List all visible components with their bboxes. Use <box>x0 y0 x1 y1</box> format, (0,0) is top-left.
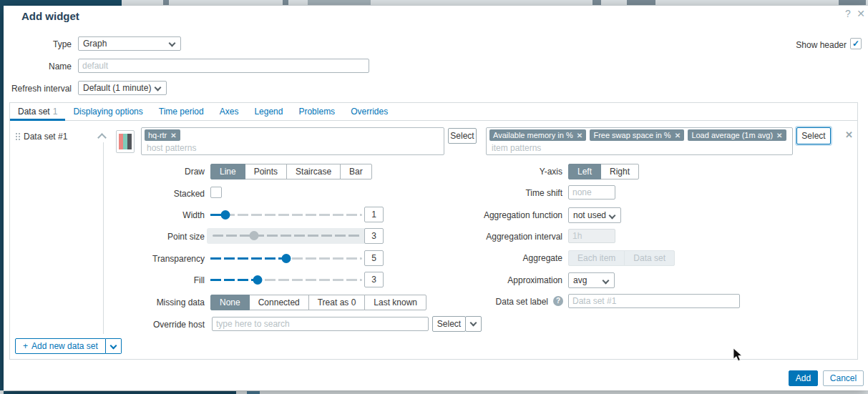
aggregate-option-data-set: Data set <box>624 250 675 266</box>
fill-slider[interactable] <box>210 279 362 281</box>
type-label: Type <box>4 39 72 49</box>
refresh-interval-select[interactable]: Default (1 minute) <box>78 81 167 95</box>
aggregation-function-value: not used <box>573 210 606 220</box>
tab-problems[interactable]: Problems <box>291 103 343 121</box>
add-button[interactable]: Add <box>789 370 818 386</box>
background-page-header <box>0 0 122 6</box>
y-axis-option-right[interactable]: Right <box>600 164 639 179</box>
swatch-stripe <box>127 134 132 149</box>
missing-option-connected[interactable]: Connected <box>249 295 309 310</box>
time-shift-label: Time shift <box>419 188 562 198</box>
transparency-slider-handle[interactable] <box>282 254 291 263</box>
add-new-data-set-label: Add new data set <box>31 341 98 351</box>
add-new-data-set-button[interactable]: + Add new data set <box>15 338 122 354</box>
chevron-down-icon <box>603 277 610 285</box>
refresh-interval-value: Default (1 minute) <box>83 83 151 93</box>
aggregation-function-select[interactable]: not used <box>568 207 621 223</box>
chip-label: Free swap space in % <box>593 131 670 139</box>
host-select-button[interactable]: Select <box>448 128 477 144</box>
background-page-bottom-accent <box>247 391 260 394</box>
fill-value-input[interactable] <box>364 272 384 287</box>
background-page-fragment <box>308 0 371 5</box>
data-set-label-label: Data set label <box>405 297 548 307</box>
tab-bar: Data set1 Displaying options Time period… <box>10 103 857 121</box>
collapse-chevron-up-icon[interactable] <box>97 133 107 142</box>
tab-legend[interactable]: Legend <box>246 103 291 121</box>
transparency-slider[interactable] <box>210 257 362 260</box>
item-patterns-placeholder: item patterns <box>489 142 789 153</box>
background-page-fragment <box>839 0 866 5</box>
host-pattern-chip: hq-rtr ✕ <box>145 129 180 141</box>
chevron-down-icon <box>609 212 616 220</box>
tab-data-set-label: Data set <box>18 107 50 117</box>
name-input[interactable] <box>78 59 369 73</box>
type-select[interactable]: Graph <box>78 36 181 51</box>
background-page-fragment <box>593 0 601 5</box>
fill-label: Fill <box>62 275 205 285</box>
missing-option-treat-as-0[interactable]: Treat as 0 <box>308 295 366 310</box>
add-new-data-set-dropdown[interactable] <box>106 338 122 354</box>
missing-data-label: Missing data <box>62 297 205 307</box>
fill-slider-handle[interactable] <box>253 275 262 285</box>
transparency-value-input[interactable] <box>364 250 384 266</box>
aggregation-function-label: Aggregation function <box>419 210 562 220</box>
approximation-select[interactable]: avg <box>568 272 615 288</box>
chevron-down-icon <box>470 319 477 326</box>
aggregate-option-each-item: Each item <box>568 250 625 266</box>
width-value-input[interactable] <box>364 207 384 222</box>
chip-remove-icon[interactable]: ✕ <box>675 132 681 139</box>
show-header-checkbox[interactable]: ✓ <box>850 38 862 49</box>
draw-option-bar[interactable]: Bar <box>340 164 372 179</box>
aggregation-interval-input <box>568 229 615 243</box>
time-shift-input[interactable] <box>568 185 615 200</box>
chip-remove-icon[interactable]: ✕ <box>776 132 782 139</box>
draw-label: Draw <box>62 167 205 177</box>
background-page-bottom-bar <box>4 391 236 394</box>
point-size-slider <box>213 235 360 237</box>
tab-data-set[interactable]: Data set1 <box>10 103 65 121</box>
tab-data-set-badge: 1 <box>53 107 58 117</box>
help-icon[interactable]: ? <box>842 8 854 19</box>
drag-handle-icon[interactable] <box>15 132 21 142</box>
plus-icon: + <box>23 341 28 351</box>
draw-option-points[interactable]: Points <box>245 164 287 179</box>
chip-remove-icon[interactable]: ✕ <box>170 132 176 139</box>
aggregate-label: Aggregate <box>419 253 562 263</box>
type-select-value: Graph <box>83 39 107 49</box>
color-palette-swatch[interactable] <box>116 130 135 153</box>
tab-axes[interactable]: Axes <box>212 103 247 121</box>
cancel-button[interactable]: Cancel <box>823 370 864 386</box>
draw-option-staircase[interactable]: Staircase <box>286 164 341 179</box>
mouse-cursor <box>733 348 743 362</box>
width-slider[interactable] <box>210 214 362 216</box>
transparency-label: Transparency <box>62 254 205 264</box>
stacked-label: Stacked <box>62 189 205 199</box>
item-pattern-chip: Free swap space in % ✕ <box>590 129 684 141</box>
help-circle-icon[interactable]: ? <box>553 296 563 306</box>
item-pattern-chip: Load average (1m avg) ✕ <box>688 129 786 141</box>
override-host-select-button[interactable]: Select <box>432 316 466 332</box>
tab-displaying-options[interactable]: Displaying options <box>65 103 150 121</box>
y-axis-option-left[interactable]: Left <box>568 164 601 179</box>
transparency-slider-fill <box>210 257 286 260</box>
host-patterns-multiselect[interactable]: hq-rtr ✕ host patterns <box>141 127 444 155</box>
chevron-down-icon <box>109 343 117 350</box>
data-set-label-input[interactable] <box>568 294 740 308</box>
tab-overrides[interactable]: Overrides <box>343 103 396 121</box>
override-host-input[interactable] <box>212 317 429 331</box>
close-icon[interactable]: ✕ <box>855 8 867 19</box>
tab-time-period[interactable]: Time period <box>151 103 212 121</box>
item-pattern-chip: Available memory in % ✕ <box>489 129 586 141</box>
chevron-down-icon <box>169 40 176 47</box>
draw-segmented-control: Line Points Staircase Bar <box>210 164 372 179</box>
override-host-select-dropdown[interactable] <box>465 316 482 332</box>
item-patterns-multiselect[interactable]: Available memory in % ✕ Free swap space … <box>486 127 793 155</box>
width-slider-handle[interactable] <box>221 210 230 220</box>
chip-remove-icon[interactable]: ✕ <box>577 132 582 139</box>
point-size-slider-handle <box>249 231 258 240</box>
stacked-checkbox[interactable] <box>210 187 222 198</box>
item-select-button[interactable]: Select <box>796 127 831 144</box>
remove-data-set-icon[interactable]: ✕ <box>845 129 853 140</box>
missing-option-none[interactable]: None <box>210 295 250 310</box>
draw-option-line[interactable]: Line <box>210 164 245 179</box>
